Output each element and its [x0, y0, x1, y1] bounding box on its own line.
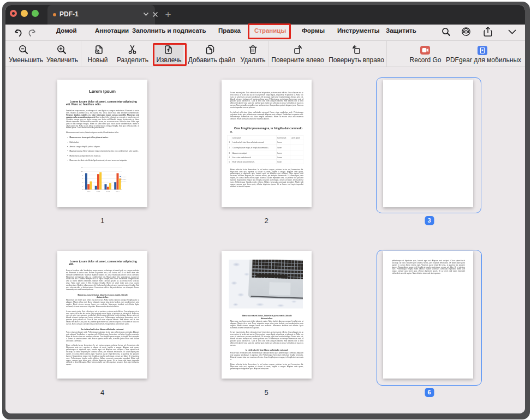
svg-text:4: 4 — [82, 182, 83, 183]
svg-text:Row 2: Row 2 — [97, 191, 100, 192]
svg-text:2: 2 — [82, 185, 83, 187]
svg-text:Column 2: Column 2 — [121, 178, 127, 179]
svg-text:10: 10 — [81, 171, 83, 172]
svg-text:Row 3: Row 3 — [106, 191, 110, 192]
svg-text:6: 6 — [82, 178, 83, 179]
svg-text:Row 1: Row 1 — [87, 191, 91, 192]
svg-text:Column 3: Column 3 — [121, 181, 127, 182]
svg-text:Row 4: Row 4 — [116, 191, 120, 192]
svg-text:Column 1: Column 1 — [121, 176, 127, 177]
svg-text:12: 12 — [81, 167, 83, 168]
svg-text:8: 8 — [82, 175, 83, 176]
svg-text:0: 0 — [82, 189, 83, 190]
